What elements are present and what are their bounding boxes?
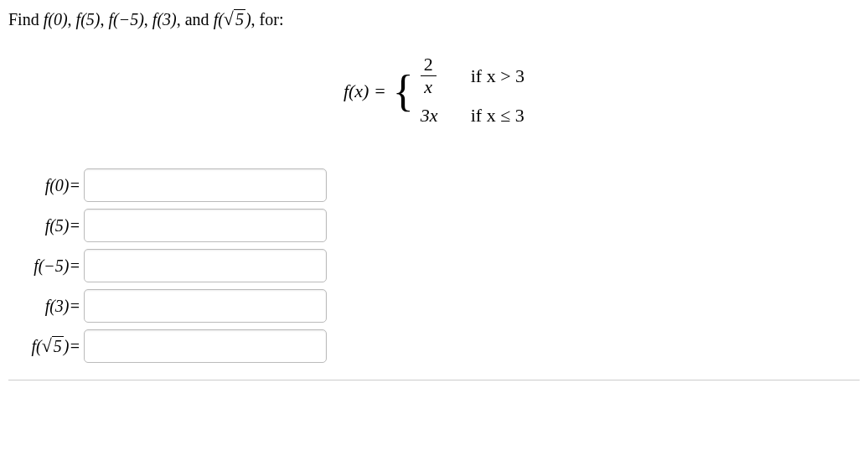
divider xyxy=(8,380,860,380)
label-f5: f(5)= xyxy=(8,216,84,236)
label-fneg5: f(−5)= xyxy=(8,256,84,276)
piecewise-equation: f(x) = { 2 x if x > 3 3x if x ≤ 3 xyxy=(8,55,860,127)
input-f5[interactable] xyxy=(84,209,327,242)
prompt-prefix: Find xyxy=(8,10,44,28)
prompt-fneg5: f(−5) xyxy=(108,10,143,28)
answer-row-f5: f(5)= xyxy=(8,209,860,242)
question-prompt: Find f(0), f(5), f(−5), f(3), and f(√5),… xyxy=(8,8,860,30)
case-2-condition: if x ≤ 3 xyxy=(471,105,524,127)
answer-row-fneg5: f(−5)= xyxy=(8,249,860,282)
fraction-numerator: 2 xyxy=(421,55,437,76)
prompt-and: , and xyxy=(177,10,214,28)
equation-lhs: f(x) = xyxy=(344,80,386,102)
prompt-fsqrt5-close: ) xyxy=(245,10,251,28)
label-f0: f(0)= xyxy=(8,176,84,195)
sqrt-arg: 5 xyxy=(234,9,245,28)
sqrt-arg-label: 5 xyxy=(52,336,64,355)
case-1-condition: if x > 3 xyxy=(471,65,524,87)
prompt-f5: f(5) xyxy=(76,10,101,28)
prompt-fsqrt5-f: f( xyxy=(214,10,224,28)
case-2: 3x if x ≤ 3 xyxy=(421,105,524,127)
prompt-f3: f(3) xyxy=(152,10,177,28)
label-fsqrt5: f(√5)= xyxy=(8,335,84,357)
fraction-denominator: x xyxy=(421,76,436,96)
prompt-f0: f(0) xyxy=(44,10,68,28)
answer-row-fsqrt5: f(√5)= xyxy=(8,329,860,363)
answer-row-f3: f(3)= xyxy=(8,289,860,323)
sqrt-sign-label: √ xyxy=(42,335,52,356)
case-2-expr: 3x xyxy=(421,105,454,127)
answers-block: f(0)= f(5)= f(−5)= f(3)= f(√5)= xyxy=(8,168,860,363)
answer-row-f0: f(0)= xyxy=(8,168,860,202)
fraction-2-over-x: 2 x xyxy=(421,55,437,96)
sqrt-sign: √ xyxy=(224,8,234,29)
input-f0[interactable] xyxy=(84,168,327,202)
input-fsqrt5[interactable] xyxy=(84,329,327,363)
input-f3[interactable] xyxy=(84,289,327,323)
prompt-fsqrt5: f(√5) xyxy=(214,10,251,28)
prompt-suffix: , for: xyxy=(251,10,284,28)
left-brace: { xyxy=(393,70,414,113)
input-fneg5[interactable] xyxy=(84,249,327,282)
case-1: 2 x if x > 3 xyxy=(421,55,524,96)
label-f3: f(3)= xyxy=(8,297,84,316)
